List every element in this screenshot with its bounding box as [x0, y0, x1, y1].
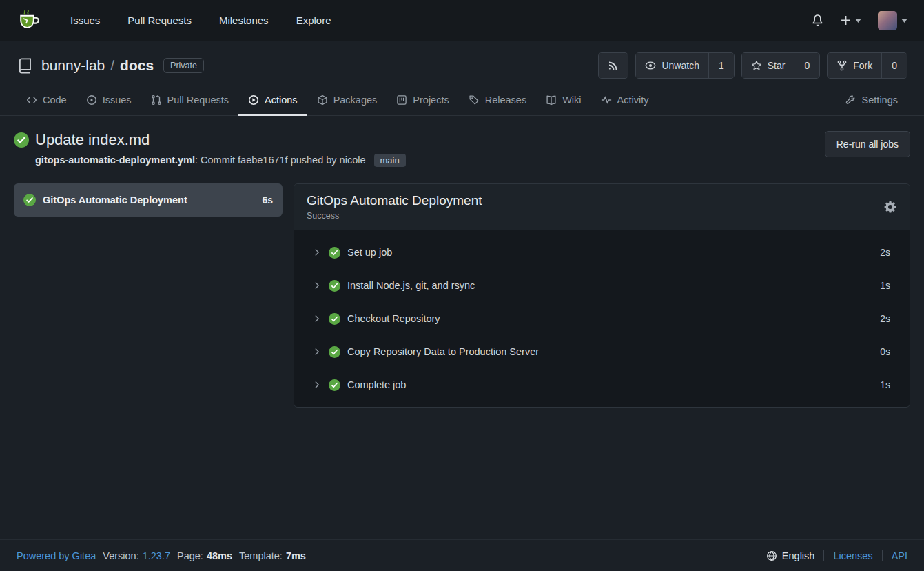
- step-row-install[interactable]: Install Node.js, git, and rsync 1s: [294, 269, 910, 302]
- tab-settings[interactable]: Settings: [836, 86, 907, 116]
- api-link[interactable]: API: [892, 550, 907, 561]
- rss-feed-button[interactable]: [599, 53, 628, 78]
- page-footer: Powered by Gitea Version: 1.23.7 Page: 4…: [0, 539, 924, 571]
- run-header: Update index.md gitops-automatic-deploym…: [14, 131, 910, 167]
- chevron-right-icon[interactable]: [312, 380, 322, 390]
- nav-link-pull-requests[interactable]: Pull Requests: [114, 14, 205, 26]
- tab-label: Settings: [862, 94, 898, 106]
- success-check-icon: [329, 346, 340, 358]
- nav-link-explore[interactable]: Explore: [283, 14, 345, 26]
- package-box-icon: [317, 94, 328, 106]
- tab-pull-requests[interactable]: Pull Requests: [141, 86, 238, 116]
- page-time-value: 48ms: [207, 550, 232, 561]
- success-check-icon: [329, 280, 340, 292]
- tab-wiki[interactable]: Wiki: [536, 86, 591, 116]
- step-row-setup[interactable]: Set up job 2s: [294, 236, 910, 269]
- tab-label: Projects: [413, 94, 449, 106]
- fork-button-group: Fork 0: [827, 52, 907, 79]
- jobs-sidebar: GitOps Automatic Deployment 6s: [14, 183, 283, 217]
- forks-count[interactable]: 0: [881, 53, 907, 78]
- gear-icon[interactable]: [883, 200, 897, 214]
- notifications-bell-icon[interactable]: [811, 14, 824, 27]
- nav-link-issues[interactable]: Issues: [57, 14, 114, 26]
- job-duration: 6s: [262, 194, 273, 206]
- chevron-right-icon[interactable]: [312, 248, 322, 257]
- chevron-right-icon[interactable]: [312, 347, 322, 357]
- step-row-copy[interactable]: Copy Repository Data to Production Serve…: [294, 335, 910, 368]
- unwatch-button[interactable]: Unwatch: [636, 53, 708, 78]
- success-check-icon: [329, 247, 340, 259]
- page-time-label: Page:: [177, 550, 203, 561]
- job-detail-panel: GitOps Automatic Deployment Success: [294, 183, 910, 408]
- watch-button-group: Unwatch 1: [635, 52, 734, 79]
- tab-label: Activity: [617, 94, 649, 106]
- star-button[interactable]: Star: [742, 53, 794, 78]
- repo-owner-link[interactable]: bunny-lab: [41, 57, 105, 74]
- run-title: Update index.md: [35, 131, 150, 149]
- tab-label: Pull Requests: [167, 94, 229, 106]
- fork-label: Fork: [853, 60, 872, 71]
- fork-button[interactable]: Fork: [828, 53, 881, 78]
- chevron-right-icon[interactable]: [312, 281, 322, 290]
- run-subtitle: gitops-automatic-deployment.yml: Commit …: [35, 154, 406, 167]
- job-list-item[interactable]: GitOps Automatic Deployment 6s: [14, 183, 283, 217]
- user-avatar: [878, 11, 897, 30]
- private-badge: Private: [163, 58, 204, 73]
- rss-button-group: [598, 52, 628, 79]
- step-duration: 1s: [880, 379, 890, 390]
- step-duration: 0s: [880, 346, 890, 357]
- tab-label: Releases: [485, 94, 526, 106]
- step-name: Set up job: [347, 247, 392, 258]
- chevron-right-icon[interactable]: [312, 314, 322, 323]
- actions-run-view: Update index.md gitops-automatic-deploym…: [0, 116, 924, 539]
- tab-actions[interactable]: Actions: [238, 86, 307, 116]
- language-selector[interactable]: English: [757, 550, 824, 561]
- step-name: Copy Repository Data to Production Serve…: [347, 346, 539, 357]
- success-check-icon: [329, 313, 340, 325]
- tab-releases[interactable]: Releases: [459, 86, 536, 116]
- job-panel-titles: GitOps Automatic Deployment Success: [307, 193, 482, 221]
- job-steps-list: Set up job 2s Install Node.js, git, and …: [294, 230, 910, 407]
- rerun-all-jobs-button[interactable]: Re-run all jobs: [825, 131, 910, 157]
- repo-breadcrumb: bunny-lab / docs: [41, 57, 154, 74]
- tab-packages[interactable]: Packages: [307, 86, 387, 116]
- version-link[interactable]: 1.23.7: [143, 550, 170, 561]
- step-row-checkout[interactable]: Checkout Repository 2s: [294, 302, 910, 335]
- licenses-link[interactable]: Licenses: [833, 550, 872, 561]
- step-duration: 1s: [880, 280, 890, 291]
- tab-label: Packages: [333, 94, 378, 106]
- top-navbar: Issues Pull Requests Milestones Explore: [0, 0, 924, 41]
- template-time-label: Template:: [239, 550, 283, 561]
- template-time-value: 7ms: [286, 550, 306, 561]
- chevron-down-icon: [855, 19, 861, 23]
- repository-icon: [17, 57, 34, 74]
- footer-right: English Licenses API: [757, 550, 907, 561]
- repo-name-link[interactable]: docs: [120, 57, 154, 74]
- project-board-icon: [396, 94, 407, 106]
- powered-by-gitea-link[interactable]: Powered by Gitea: [17, 550, 96, 561]
- tab-issues[interactable]: Issues: [76, 86, 141, 116]
- step-name: Complete job: [347, 379, 406, 390]
- success-check-icon: [329, 379, 340, 391]
- create-new-button[interactable]: [841, 15, 861, 26]
- job-status-text: Success: [307, 211, 482, 221]
- user-menu-button[interactable]: [878, 11, 907, 30]
- licenses-item: Licenses: [823, 550, 881, 561]
- workflow-file-name[interactable]: gitops-automatic-deployment.yml: [35, 154, 195, 166]
- unwatch-label: Unwatch: [661, 60, 699, 71]
- gitea-logo-icon[interactable]: [17, 8, 41, 33]
- step-row-complete[interactable]: Complete job 1s: [294, 368, 910, 401]
- run-body: GitOps Automatic Deployment 6s GitOps Au…: [14, 183, 910, 408]
- branch-badge[interactable]: main: [374, 154, 406, 167]
- step-name: Checkout Repository: [347, 313, 440, 324]
- nav-link-milestones[interactable]: Milestones: [205, 14, 283, 26]
- issue-circle-icon: [86, 94, 97, 106]
- tab-activity[interactable]: Activity: [591, 86, 659, 116]
- success-check-icon: [23, 194, 36, 206]
- tab-code[interactable]: Code: [17, 86, 76, 116]
- watchers-count[interactable]: 1: [708, 53, 734, 78]
- tab-projects[interactable]: Projects: [387, 86, 458, 116]
- eye-icon: [645, 60, 656, 71]
- stars-count[interactable]: 0: [794, 53, 819, 78]
- step-duration: 2s: [880, 313, 890, 324]
